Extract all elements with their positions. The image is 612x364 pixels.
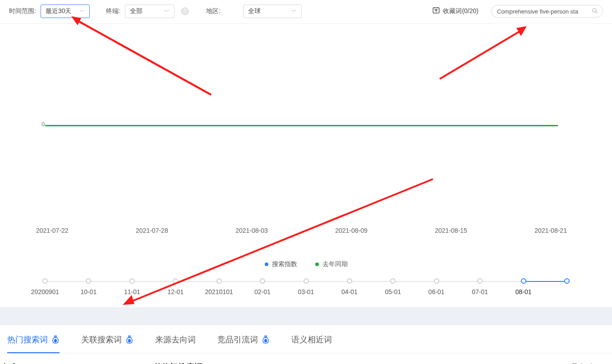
timeline-tick-label: 10-01 [81,288,97,295]
chevron-down-icon: ﹀ [164,8,170,15]
x-tick: 2021-08-03 [235,227,268,234]
section-divider [0,307,612,325]
favorites-label: 收藏词(0/20) [443,7,479,15]
money-bag-icon [51,335,60,344]
timeline-tick[interactable] [42,278,48,284]
timeline-tick-label: 05-01 [385,288,401,295]
help-icon[interactable]: ? [181,7,189,15]
svg-point-1 [593,8,596,12]
filter-bar: 时间范围: 最近30天 ﹀ 终端: 全部 ﹀ ? 地区: 全球 ﹀ 收藏词(0/… [0,0,612,24]
timeline-tick[interactable] [129,278,135,284]
x-tick: 2021-08-09 [335,227,368,234]
region-value: 全球 [248,7,261,15]
chart-legend: 搜索指数 去年同期 [9,260,603,268]
x-axis-ticks: 2021-07-22 2021-07-28 2021-08-03 2021-08… [36,227,567,234]
chevron-down-icon: ﹀ [79,8,85,15]
tab-label: 热门搜索词 [7,334,48,345]
money-bag-icon [125,335,133,344]
tab-hot-keywords[interactable]: 热门搜索词 [7,334,60,353]
timeline-tick[interactable] [216,278,222,284]
tab-label: 语义相近词 [291,334,332,345]
export-label: 导出 [571,363,586,364]
timeline-tick-label: 06-01 [428,288,445,295]
time-range-label: 时间范围: [9,7,36,15]
x-tick: 2021-08-15 [435,227,467,234]
tab-competitor-keywords[interactable]: 竞品引流词 [217,334,270,353]
timeline-tick-label: 20200901 [31,288,59,295]
svg-point-3 [128,339,131,343]
line-chart: 0 [9,24,603,122]
time-range-value: 最近30天 [46,7,72,15]
terminal-select[interactable]: 全部 ﹀ [125,5,175,18]
timeline-tick-label: 03-01 [298,288,314,295]
x-tick: 2021-07-22 [36,227,69,234]
keyword-tabs: 热门搜索词 关联搜索词 来源去向词 竞品引流词 [0,325,612,354]
timeline-tick-label: 02-01 [254,288,271,295]
timeline-tick[interactable] [564,278,570,284]
terminal-label: 终端: [106,7,120,15]
x-tick: 2021-07-28 [136,227,168,234]
bookmark-icon [432,6,440,17]
legend-label: 搜索指数 [272,260,297,268]
export-button[interactable]: 导出 [571,363,603,364]
search-icon [592,8,598,15]
tab-label: 来源去向词 [155,334,196,345]
svg-point-4 [264,339,267,343]
timeline-tick[interactable] [434,278,439,284]
legend-label: 去年同期 [322,260,348,268]
search-input[interactable] [497,8,592,15]
tab-label: 竞品引流词 [217,334,258,345]
timeline-tick-label: 08-01 [515,288,532,295]
timeline-tick-label: 20210101 [205,288,233,295]
search-box[interactable] [491,5,603,18]
legend-dot-icon [265,263,268,266]
region-label: 地区: [206,7,221,15]
tab-related-keywords[interactable]: 关联搜索词 [81,334,133,353]
section-title: 包含Comprehensive five-person station的热门搜索… [2,362,202,364]
timeline-tick-label: 12-01 [167,288,184,295]
region-select[interactable]: 全球 ﹀ [243,5,302,18]
favorites-button[interactable]: 收藏词(0/20) [432,6,479,17]
money-bag-icon [262,335,270,344]
tab-label: 关联搜索词 [81,334,122,345]
timeline-tick[interactable] [521,278,526,284]
x-tick: 2021-08-21 [534,227,567,234]
legend-dot-icon [315,263,319,266]
hot-keywords-section: 包含Comprehensive five-person station的热门搜索… [0,354,612,364]
time-range-select[interactable]: 最近30天 ﹀ [41,5,90,18]
y-axis-tick: 0 [41,121,45,128]
legend-item-last-year[interactable]: 去年同期 [315,260,348,268]
timeline-tick[interactable] [173,278,178,284]
timeline-tick-label: 11-01 [124,288,140,295]
terminal-value: 全部 [130,7,143,15]
tab-semantic-keywords[interactable]: 语义相近词 [291,334,332,353]
timeline-tick-label: 04-01 [341,288,358,295]
svg-point-2 [54,339,57,343]
series-line-last-year [45,125,558,126]
timeline-tick[interactable] [390,278,396,284]
legend-item-search-index[interactable]: 搜索指数 [265,260,297,268]
chevron-down-icon: ﹀ [291,8,297,15]
timeline-tick[interactable] [347,278,352,284]
timeline-range-selector[interactable]: 2020090110-0111-0112-012021010102-0103-0… [45,278,567,296]
timeline-tick[interactable] [86,278,91,284]
timeline-tick[interactable] [477,278,483,284]
timeline-tick-label: 07-01 [472,288,488,295]
timeline-tick[interactable] [260,278,265,284]
tab-source-dest-keywords[interactable]: 来源去向词 [155,334,196,353]
chart-zone: 0 2021-07-22 2021-07-28 2021-08-03 2021-… [0,24,612,307]
timeline-tick[interactable] [304,278,309,284]
